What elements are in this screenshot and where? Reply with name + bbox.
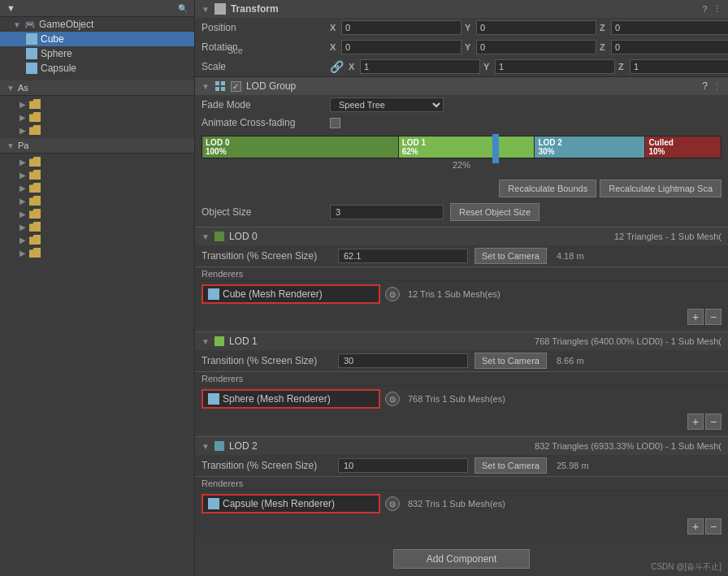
hierarchy-panel: ▼ 🔍 ▼ 🎮 GameObject Cube Sphere Capsule ▼…	[0, 0, 195, 576]
add-component-btn[interactable]: Add Component	[393, 549, 531, 569]
recalc-lightmap-btn[interactable]: Recalculate Lightmap Sca	[600, 180, 722, 197]
lod-bar-culled[interactable]: Culled 10%	[644, 136, 721, 158]
pa-folder-1[interactable]: ▶	[0, 155, 194, 168]
sub-panels: ▼ As ▶ ▶ ▶ ▼ Pa ▶	[0, 80, 194, 261]
lod-help-icon[interactable]: ?	[702, 80, 708, 92]
hierarchy-root[interactable]: ▼ 🎮 GameObject	[0, 17, 194, 32]
lod-1-renderer-circle[interactable]: ⊙	[385, 392, 400, 406]
position-x-input[interactable]	[341, 20, 462, 35]
position-values: X Y Z	[330, 20, 728, 35]
lod-bar-0-label: LOD 0	[206, 138, 395, 147]
rotation-y-input[interactable]	[476, 40, 596, 54]
lod-2-color	[214, 441, 224, 451]
lod-bar-0-pct: 100%	[206, 147, 395, 156]
pa-folder-4[interactable]: ▶	[0, 194, 194, 207]
recalc-bounds-btn[interactable]: Recalculate Bounds	[499, 180, 596, 197]
lod-1-transition-label: Transition (% Screen Size)	[202, 355, 332, 366]
position-label: Position	[202, 22, 323, 33]
lod-1-color	[214, 336, 224, 346]
rotation-x-input[interactable]	[341, 40, 462, 54]
scale-y-field: Y	[483, 59, 615, 74]
hierarchy-item-cube[interactable]: Cube	[0, 32, 194, 46]
lod-camera-indicator	[492, 134, 499, 163]
lod-2-add-btn[interactable]: +	[687, 518, 704, 535]
lod-2-transition-input[interactable]	[338, 458, 468, 473]
lod-0-arrow: ▼	[202, 232, 210, 241]
animate-label: Animate Cross-fading	[202, 117, 323, 128]
lod-enabled-checkbox[interactable]: ✓	[231, 81, 241, 92]
lod-0-renderer-circle[interactable]: ⊙	[385, 287, 400, 301]
pa-folder-7[interactable]: ▶	[0, 233, 194, 246]
lod-1-transition-input[interactable]	[338, 353, 468, 368]
lod-menu-icon[interactable]: ⋮	[713, 81, 722, 92]
lod-2-remove-btn[interactable]: −	[705, 518, 722, 535]
lod-bar-1-pct: 62%	[402, 147, 531, 156]
lod-2-renderer-icon	[208, 498, 219, 509]
lod-1-add-remove: + −	[195, 412, 728, 433]
svg-rect-1	[221, 81, 225, 85]
root-label: GameObject	[39, 19, 93, 30]
lod-0-transition-input[interactable]	[338, 249, 468, 263]
animate-checkbox[interactable]	[330, 118, 340, 128]
lod-1-distance: 8.66 m	[557, 356, 584, 366]
lod-bar-1[interactable]: LOD 1 62%	[398, 136, 535, 158]
transform-section: ▼ Transform ? ⋮ Position X Y Z	[195, 0, 728, 77]
lod-2-info: 832 Triangles (6933.33% LOD0) - 1 Sub Me…	[535, 441, 722, 451]
pa-folder-3[interactable]: ▶	[0, 181, 194, 194]
svg-rect-2	[215, 87, 219, 91]
lod-1-remove-btn[interactable]: −	[705, 414, 722, 430]
folder-icon-11	[29, 248, 41, 258]
scale-z-input[interactable]	[630, 59, 728, 74]
lod-bar-2[interactable]: LOD 2 30%	[534, 136, 644, 158]
lod-1-renderer-name: Sphere (Mesh Renderer)	[223, 393, 331, 405]
lod-grid-icon	[214, 80, 226, 92]
position-x-field: X	[330, 20, 462, 35]
position-y-input[interactable]	[476, 20, 596, 35]
reset-object-size-btn[interactable]: Reset Object Size	[450, 203, 540, 221]
lod-2-set-to-camera-btn[interactable]: Set to Camera	[474, 457, 547, 474]
lod-2-renderer-name: Capsule (Mesh Renderer)	[223, 498, 335, 509]
lod-1-renderer-row: Sphere (Mesh Renderer) ⊙ 768 Tris 1 Sub …	[195, 386, 728, 412]
transform-arrow: ▼	[202, 5, 210, 14]
arrow-icon: ▼	[13, 20, 21, 29]
lod-0-add-remove: + −	[195, 307, 728, 328]
fade-mode-select[interactable]: Speed Tree	[330, 97, 444, 112]
lod-bar-0[interactable]: LOD 0 100%	[202, 136, 398, 158]
object-size-input[interactable]	[330, 205, 444, 219]
lod-entry-1: ▼ LOD 1 768 Triangles (6400.00% LOD0) - …	[195, 331, 728, 433]
transform-icon	[214, 3, 226, 15]
lod-1-set-to-camera-btn[interactable]: Set to Camera	[474, 353, 547, 369]
lod-2-renderer-circle[interactable]: ⊙	[385, 496, 400, 511]
scale-y-input[interactable]	[495, 59, 615, 74]
pa-folder-5[interactable]: ▶	[0, 207, 194, 220]
transform-menu-icon[interactable]: ⋮	[713, 4, 722, 15]
pa-folder-6[interactable]: ▶	[0, 220, 194, 233]
lod-entry-0: ▼ LOD 0 12 Triangles - 1 Sub Mesh( Trans…	[195, 227, 728, 328]
pa-label: Pa	[18, 141, 28, 150]
rotation-z-input[interactable]	[611, 40, 728, 54]
position-z-input[interactable]	[611, 20, 728, 35]
sphere-icon	[26, 48, 37, 59]
lod-0-add-btn[interactable]: +	[687, 309, 704, 325]
scale-label: Scale	[202, 61, 323, 72]
folder-icon-4	[29, 157, 41, 167]
lod-2-transition-row: Transition (% Screen Size) Set to Camera…	[195, 455, 728, 476]
scale-x-input[interactable]	[360, 59, 480, 74]
lod-bar-2-label: LOD 2	[538, 138, 641, 147]
lod-0-set-to-camera-btn[interactable]: Set to Camera	[474, 248, 547, 264]
as-folder-1[interactable]: ▶	[0, 97, 194, 110]
as-folder-2[interactable]: ▶	[0, 110, 194, 123]
lod-1-add-btn[interactable]: +	[687, 414, 704, 430]
hierarchy-item-capsule[interactable]: Capsule	[0, 61, 194, 76]
pa-folder-2[interactable]: ▶	[0, 168, 194, 181]
search-icon[interactable]: 🔍	[178, 4, 188, 13]
fade-mode-label: Fade Mode	[202, 99, 323, 110]
hierarchy-item-sphere[interactable]: Sphere	[0, 46, 194, 61]
as-folder-3[interactable]: ▶	[0, 123, 194, 136]
lod-1-id: LOD 1	[229, 336, 258, 347]
lod-0-remove-btn[interactable]: −	[705, 309, 722, 325]
pa-folder-8[interactable]: ▶	[0, 246, 194, 259]
lod-entry-2: ▼ LOD 2 832 Triangles (6933.33% LOD0) - …	[195, 436, 728, 538]
lod-0-renderer-box: Cube (Mesh Renderer)	[202, 284, 380, 304]
transform-help-icon[interactable]: ?	[702, 4, 708, 14]
